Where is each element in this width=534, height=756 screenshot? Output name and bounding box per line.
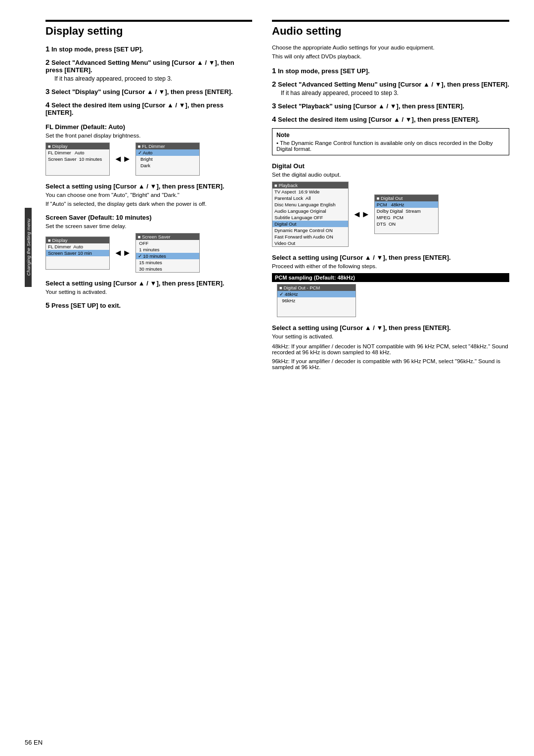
select-setting-3-title: Select a setting using [Cursor ▲ / ▼], t… — [272, 254, 509, 261]
right-step-1: 1 In stop mode, press [SET UP]. — [272, 66, 509, 75]
note-text: • The Dynamic Range Control function is … — [276, 140, 505, 152]
right-step-2: 2 Select "Advanced Setting Menu" using [… — [272, 80, 509, 96]
digital-out-screens: ■ Playback TV Aspect 16:9 Wide Parental … — [272, 182, 509, 247]
left-step-2: 2 Select "Advanced Setting Menu" using [… — [45, 58, 252, 82]
screen-saver-desc: Set the screen saver time delay. — [45, 223, 252, 229]
sidebar-bar: Changing the Setting menu — [25, 208, 32, 287]
note-title: Note — [276, 132, 505, 139]
select-setting-3-desc: Proceed with either of the following ste… — [272, 263, 509, 269]
digital-out-desc: Set the digital audio output. — [272, 172, 509, 178]
left-step-3: 3 Select "Display" using [Cursor ▲ / ▼],… — [45, 87, 252, 95]
screen2-header: ■ FL Dimmer — [136, 143, 199, 149]
select-setting-1-title: Select a setting using [Cursor ▲ / ▼], t… — [45, 183, 252, 190]
right-intro1: Choose the appropriate Audio settings fo… — [272, 45, 509, 50]
do-screen2: ■ Digital Out PCM 48kHz Dolby Digital St… — [374, 194, 439, 234]
right-step-3: 3 Select "Playback" using [Cursor ▲ / ▼]… — [272, 101, 509, 110]
do-screen1: ■ Playback TV Aspect 16:9 Wide Parental … — [272, 182, 349, 247]
select-setting-1-desc2: If "Auto" is selected, the display gets … — [45, 201, 252, 207]
fl-dimmer-screens: ■ Display FL Dimmer Auto Screen Saver 10… — [45, 142, 252, 176]
ss-screen2: ■ Screen Saver OFF 1 minutes ✓ 10 minute… — [135, 233, 200, 273]
arrow-right-icon3: ◄► — [353, 209, 370, 220]
select-setting-4-title: Select a setting using [Cursor ▲ / ▼], t… — [272, 324, 509, 331]
notes-96khz: 96kHz: If your amplifier / decoder is co… — [272, 358, 509, 370]
left-step-2-sub: If it has already appeared, proceed to s… — [45, 75, 252, 82]
left-step-4: 4 Select the desired item using [Cursor … — [45, 100, 252, 116]
screen-saver-title: Screen Saver (Default: 10 minutes) — [45, 214, 252, 221]
notes-48khz: 48kHz: If your amplifier / decoder is NO… — [272, 343, 509, 355]
fl-dimmer-desc: Set the front panel display brightness. — [45, 133, 252, 139]
select-setting-1-desc1: You can choose one from "Auto", "Bright"… — [45, 192, 252, 198]
select-setting-4-desc: Your setting is activated. — [272, 333, 509, 339]
right-intro2: This will only affect DVDs playback. — [272, 53, 509, 59]
digital-out-title: Digital Out — [272, 162, 509, 170]
select-setting-2-desc: Your setting is activated. — [45, 289, 252, 295]
pcm-header-text: PCM sampling (Default: 48kHz) — [272, 273, 509, 282]
screen1-row2: Screen Saver 10 minutes — [46, 156, 109, 162]
sidebar-label: Changing the Setting menu — [26, 219, 31, 276]
screen1-header: ■ Display — [46, 143, 109, 149]
pcm-screen: ■ Digital Out - PCM ✓ 48kHz 96kHz — [277, 284, 356, 317]
screen2-auto: ✓ Auto — [136, 149, 199, 156]
left-section-title: Display setting — [45, 20, 252, 38]
left-step-5: 5 Press [SET UP] to exit. — [45, 301, 252, 309]
right-step-2-sub: If it has already appeared, proceed to s… — [272, 90, 509, 96]
left-step-1-text: In stop mode, press [SET UP]. — [51, 46, 143, 53]
select-setting-2-title: Select a setting using [Cursor ▲ / ▼], t… — [45, 280, 252, 287]
screen-saver-screens: ■ Display FL Dimmer Auto Screen Saver 10… — [45, 233, 252, 273]
screen1-row1: FL Dimmer Auto — [46, 149, 109, 156]
note-box: Note • The Dynamic Range Control functio… — [272, 128, 509, 155]
ss-screen1: ■ Display FL Dimmer Auto Screen Saver 10… — [45, 236, 110, 270]
page-number: 56 EN — [25, 739, 43, 746]
pcm-screen-container: ■ Digital Out - PCM ✓ 48kHz 96kHz — [277, 284, 509, 317]
left-step-1: 1 In stop mode, press [SET UP]. — [45, 45, 252, 53]
right-column: Audio setting Choose the appropriate Aud… — [272, 20, 509, 373]
arrow-right-icon2: ◄► — [114, 248, 132, 258]
arrow-right-icon: ◄► — [114, 154, 132, 164]
right-section-title: Audio setting — [272, 20, 509, 38]
screen2-dark: Dark — [136, 162, 199, 169]
screen2-bright: Bright — [136, 156, 199, 162]
fl-dimmer-screen1: ■ Display FL Dimmer Auto Screen Saver 10… — [45, 142, 110, 176]
pcm-header-bar: PCM sampling (Default: 48kHz) — [272, 273, 509, 282]
right-step-4: 4 Select the desired item using [Cursor … — [272, 115, 509, 123]
fl-dimmer-screen2: ■ FL Dimmer ✓ Auto Bright Dark — [135, 142, 200, 176]
fl-dimmer-title: FL Dimmer (Default: Auto) — [45, 123, 252, 131]
